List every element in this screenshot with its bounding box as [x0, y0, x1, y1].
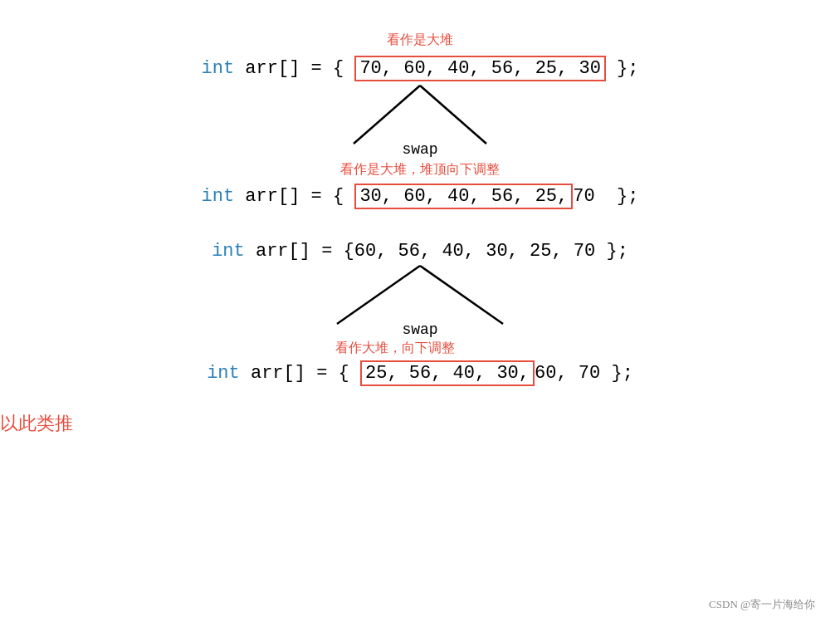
section1-boxed: 70, 60, 40, 56, 25, 30	[354, 56, 605, 81]
watermark: CSDN @寄一片海给你	[709, 597, 815, 612]
swap2-label-container: swap	[0, 321, 840, 338]
spacer1	[0, 209, 840, 241]
svg-line-2	[337, 266, 420, 324]
section3-rest: arr[] = {60, 56, 40, 30, 25, 70 };	[245, 241, 628, 262]
section4-arr: arr[] = {	[240, 363, 360, 384]
section4-boxed: 25, 56, 40, 30,	[360, 360, 535, 386]
watermark-text: CSDN @寄一片海给你	[709, 598, 815, 610]
section2-boxed: 30, 60, 40, 56, 25,	[354, 184, 573, 209]
section4-suffix: 60, 70 };	[535, 363, 633, 384]
swap1-label-container: swap	[0, 141, 840, 158]
conclude-container: 以此类推	[0, 411, 840, 436]
section2-code: int arr[] = { 30, 60, 40, 56, 25, 70 };	[202, 184, 639, 209]
section3-keyword: int	[212, 241, 245, 262]
swap1-label: swap	[402, 141, 437, 158]
section2-arr: arr[] = {	[234, 186, 354, 207]
section1-code: int arr[] = { 70, 60, 40, 56, 25, 30 };	[202, 56, 639, 81]
swap2-label: swap	[402, 321, 437, 338]
section4: 看作大堆，向下调整 int arr[] = { 25, 56, 40, 30, …	[0, 340, 840, 386]
section1-suffix: };	[606, 58, 639, 79]
svg-line-1	[420, 86, 486, 144]
section2-suffix: 70 };	[573, 186, 638, 207]
section1: 看作是大堆 int arr[] = { 70, 60, 40, 56, 25, …	[0, 32, 840, 81]
main-container: 看作是大堆 int arr[] = { 70, 60, 40, 56, 25, …	[0, 0, 840, 627]
section4-keyword: int	[207, 363, 240, 384]
section1-label: 看作是大堆	[0, 32, 840, 49]
svg-line-3	[420, 266, 503, 324]
conclude-label: 以此类推	[0, 413, 73, 434]
section2-keyword: int	[202, 186, 235, 207]
svg-line-0	[354, 86, 420, 144]
section3-code: int arr[] = {60, 56, 40, 30, 25, 70 };	[212, 241, 628, 262]
section4-code: int arr[] = { 25, 56, 40, 30, 60, 70 };	[207, 360, 633, 386]
section1-keyword: int	[202, 58, 235, 79]
section4-label1: 看作大堆，向下调整	[0, 340, 840, 357]
section2-label: 看作是大堆，堆顶向下调整	[0, 161, 840, 179]
section1-arr: arr[] = {	[234, 58, 354, 79]
section3: int arr[] = {60, 56, 40, 30, 25, 70 };	[0, 241, 840, 262]
section2: 看作是大堆，堆顶向下调整 int arr[] = { 30, 60, 40, 5…	[0, 161, 840, 209]
